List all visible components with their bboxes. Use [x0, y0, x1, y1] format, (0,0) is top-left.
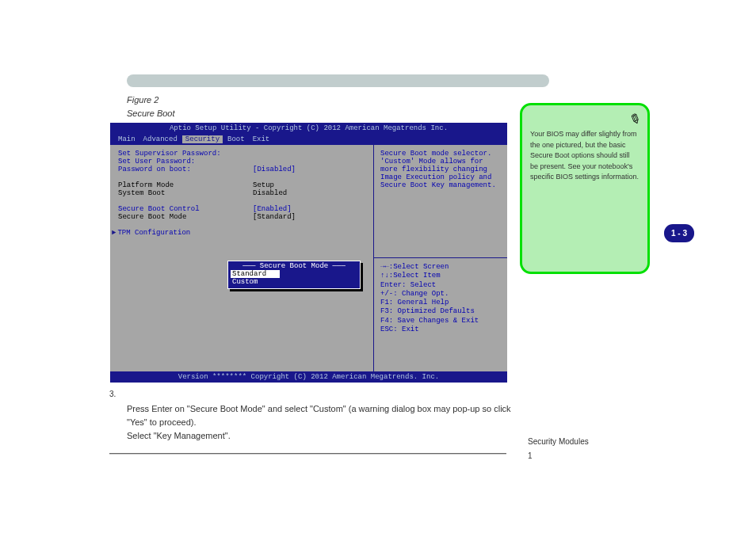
bios-window: Aptio Setup Utility - Copyright (C) 2012… [109, 122, 508, 380]
row-secure-boot-mode[interactable]: Secure Boot Mode[Standard] [118, 213, 365, 221]
bios-right-pane: Secure Boot mode selector. 'Custom' Mode… [374, 145, 507, 371]
secure-boot-mode-popup[interactable]: ─── Secure Boot Mode ─── Standard Custom [227, 261, 361, 289]
fig-caption-text: Figure 2 [127, 95, 158, 105]
fig-subcaption-text: Secure Boot [127, 109, 175, 118]
key-select: Enter: Select [380, 281, 501, 290]
tab-exit[interactable]: Exit [250, 135, 273, 143]
key-defaults: F3: Optimized Defaults [380, 307, 501, 316]
key-screen: →←:Select Screen [380, 263, 501, 272]
bios-tabs[interactable]: Main Advanced Security Boot Exit [110, 134, 507, 145]
row-tpm-config[interactable]: ►TPM Configuration [112, 229, 365, 237]
key-help: F1: General Help [380, 299, 501, 307]
section-number: 3. [109, 390, 116, 398]
bios-key-hints: →←:Select Screen ↑↓:Select Item Enter: S… [374, 258, 507, 339]
tab-boot[interactable]: Boot [224, 135, 248, 143]
tab-security[interactable]: Security [182, 135, 223, 143]
marker-icon: ► [112, 229, 116, 237]
note-bar [127, 74, 549, 87]
row-secure-boot-control[interactable]: Secure Boot Control[Enabled] [118, 205, 365, 213]
side-note-text: Your BIOS may differ slightly from the o… [530, 129, 640, 183]
bios-header: Aptio Setup Utility - Copyright (C) 2012… [110, 123, 507, 134]
body-text-1: Press Enter on "Secure Boot Mode" and se… [127, 402, 523, 428]
page-number-text: 1 - 3 [664, 224, 694, 242]
tab-advanced[interactable]: Advanced [140, 135, 181, 143]
bios-main: Set Supervisor Password: Set User Passwo… [110, 145, 507, 371]
side-note-box: ✎ Your BIOS may differ slightly from the… [520, 103, 650, 274]
body-text-2: Select "Key Management". [127, 429, 523, 443]
pencil-icon: ✎ [625, 109, 641, 128]
footer-section-label: Security Modules [528, 437, 589, 446]
bios-help-text: Secure Boot mode selector. 'Custom' Mode… [374, 145, 507, 258]
key-save: F4: Save Changes & Exit [380, 317, 501, 326]
row-sup-pwd[interactable]: Set Supervisor Password: [118, 150, 365, 158]
divider-line [109, 453, 506, 454]
row-pwd-boot[interactable]: Password on boot:[Disabled] [118, 166, 365, 173]
key-change: +/-: Change Opt. [380, 290, 501, 299]
popup-item-standard[interactable]: Standard [231, 270, 280, 278]
row-system-boot: System BootDisabled [118, 189, 365, 197]
key-exit: ESC: Exit [380, 326, 501, 334]
row-platform-mode: Platform ModeSetup [118, 181, 365, 189]
key-item: ↑↓:Select Item [380, 272, 501, 280]
row-user-pwd[interactable]: Set User Password: [118, 158, 365, 166]
figure-caption: Figure 2 Secure Boot [127, 93, 175, 120]
popup-title: ─── Secure Boot Mode ─── [231, 262, 357, 270]
page-number-badge: 1 - 3 [664, 224, 694, 242]
footer-section-chapter: 1 [528, 451, 533, 460]
tab-main[interactable]: Main [115, 135, 139, 143]
popup-item-custom[interactable]: Custom [231, 278, 357, 286]
bios-footer: Version ******** Copyright (C) 2012 Amer… [110, 371, 507, 383]
bios-left-pane: Set Supervisor Password: Set User Passwo… [110, 145, 374, 371]
